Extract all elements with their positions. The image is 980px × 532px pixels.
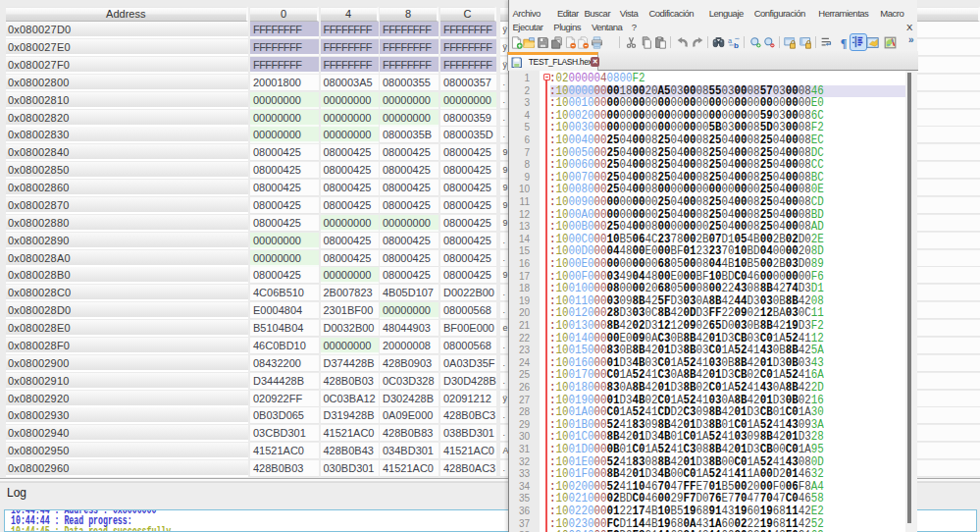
svg-text:¶: ¶ [840, 36, 847, 49]
svg-text:b: b [734, 41, 739, 49]
svg-text:a: a [728, 36, 733, 45]
